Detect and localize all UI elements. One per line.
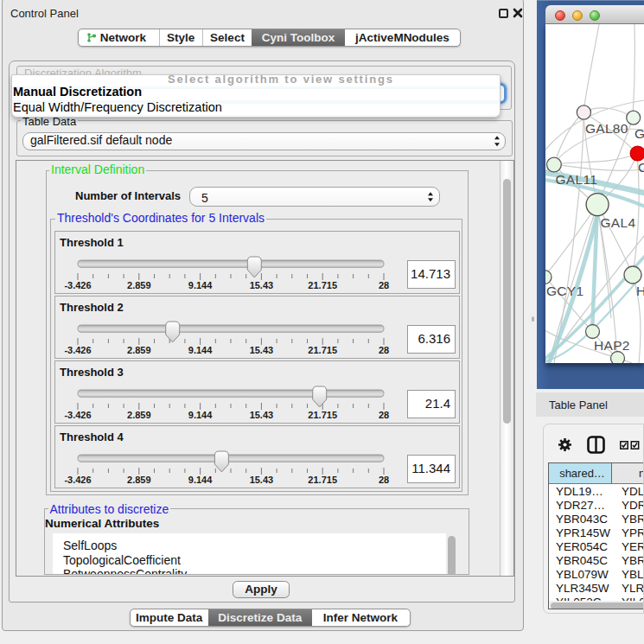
svg-text:G.: G.	[634, 126, 644, 141]
svg-text:GCY1: GCY1	[546, 284, 583, 298]
svg-text:GAL80: GAL80	[585, 121, 628, 136]
svg-text:GAL4: GAL4	[601, 215, 636, 230]
svg-text:C: C	[638, 160, 644, 175]
svg-text:GAL11: GAL11	[556, 172, 598, 187]
svg-text:H: H	[636, 284, 644, 298]
svg-text:HAP2: HAP2	[594, 338, 630, 353]
